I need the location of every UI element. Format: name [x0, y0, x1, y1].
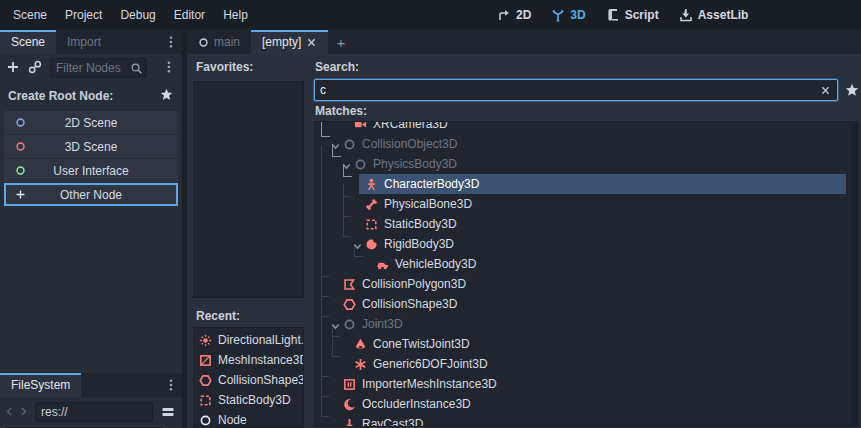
filesystem-path-input[interactable] — [36, 403, 152, 421]
tree-item-joint3d[interactable]: Joint3D — [315, 314, 846, 334]
dock-menu-dots-icon[interactable] — [164, 35, 178, 49]
tree-item-physicsbody3d[interactable]: PhysicsBody3D — [315, 154, 846, 174]
scene-root-icon — [198, 37, 209, 48]
menubar: SceneProjectDebugEditorHelp — [0, 0, 257, 30]
tree-item-label: XRCamera3D — [373, 121, 448, 131]
raycast-icon — [343, 418, 356, 428]
add-scene-tab-button[interactable]: + — [328, 30, 353, 54]
workspace-3d-icon — [551, 8, 565, 22]
tree-item-label: Joint3D — [362, 317, 403, 331]
tree-item-importermeshinstance3d[interactable]: ImporterMeshInstance3D — [315, 374, 846, 394]
search-icon — [130, 62, 143, 75]
root-option-label: Other Node — [60, 188, 122, 202]
menu-debug[interactable]: Debug — [111, 0, 164, 30]
tree-item-rigidbody3d[interactable]: RigidBody3D — [315, 234, 846, 254]
dock-tab-label: Import — [67, 35, 101, 49]
dock-tab-scene[interactable]: Scene — [0, 30, 56, 54]
importer-mesh-icon — [343, 378, 356, 391]
tree-item-raycast3d[interactable]: RayCast3D — [315, 414, 846, 427]
tree-item-xrcamera3d[interactable]: XRCamera3D — [315, 121, 846, 134]
tree-item-label: CollisionPolygon3D — [362, 277, 466, 291]
recent-item-label: DirectionalLight... — [218, 333, 303, 347]
expand-arrow-icon[interactable] — [330, 321, 341, 329]
tree-item-generic6dofjoint3d[interactable]: Generic6DOFJoint3D — [315, 354, 846, 374]
tree-item-vehiclebody3d[interactable]: VehicleBody3D — [315, 254, 846, 274]
node2d-circle-icon — [15, 117, 26, 128]
root-option-label: 3D Scene — [65, 140, 118, 154]
mesh-instance-icon — [199, 354, 212, 367]
create-new-node-dialog: Favorites: Recent: DirectionalLight...Me… — [187, 54, 861, 428]
favorites-list — [193, 81, 304, 298]
recent-item-label: Node — [218, 413, 247, 427]
occluder-instance-icon — [343, 398, 356, 411]
root-option-2d-scene[interactable]: 2D Scene — [4, 111, 178, 134]
tree-item-collisionobject3d[interactable]: CollisionObject3D — [315, 134, 846, 154]
scene-menu-dots-icon[interactable] — [162, 60, 176, 76]
recent-item-label: CollisionShape3D — [218, 373, 303, 387]
workspace-assetlib-button[interactable]: AssetLib — [679, 8, 749, 22]
abstract-class-icon — [343, 138, 356, 151]
split-view-icon[interactable] — [161, 405, 176, 419]
workspace-label: 3D — [570, 8, 585, 22]
script-icon — [606, 8, 620, 22]
dots-vertical-icon — [162, 60, 176, 74]
matches-label: Matches: — [315, 104, 367, 118]
filesystem-menu-dots-icon[interactable] — [164, 378, 178, 392]
dock-tab-filesystem[interactable]: FileSystem — [0, 373, 81, 397]
close-scene-tab-icon[interactable] — [306, 37, 317, 48]
favorites-label: Favorites: — [196, 60, 253, 74]
chevron-left-icon — [4, 406, 15, 417]
filter-nodes-wrap — [50, 58, 147, 78]
root-option-user-interface[interactable]: User Interface — [4, 159, 178, 182]
workspace-switcher: 2D3DScriptAssetLib — [497, 0, 748, 30]
recent-item-node[interactable]: Node — [194, 410, 303, 428]
tree-item-collisionshape3d[interactable]: CollisionShape3D — [315, 294, 846, 314]
menu-editor[interactable]: Editor — [165, 0, 214, 30]
root-option-label: 2D Scene — [65, 116, 118, 130]
toggle-favorite-button[interactable] — [843, 79, 860, 101]
node-circle-icon — [199, 414, 212, 427]
menu-project[interactable]: Project — [56, 0, 111, 30]
tree-item-staticbody3d[interactable]: StaticBody3D — [315, 214, 846, 234]
tree-item-collisionpolygon3d[interactable]: CollisionPolygon3D — [315, 274, 846, 294]
tree-item-label: CollisionObject3D — [362, 137, 457, 151]
add-node-button[interactable] — [6, 60, 22, 76]
expand-arrow-icon[interactable] — [352, 241, 363, 249]
tree-item-physicalbone3d[interactable]: PhysicalBone3D — [315, 194, 846, 214]
history-forward-icon[interactable] — [18, 406, 30, 418]
recent-item-meshinstance3d[interactable]: MeshInstance3D — [194, 350, 303, 370]
tree-item-occluderinstance3d[interactable]: OccluderInstance3D — [315, 394, 846, 414]
instance-scene-button[interactable] — [28, 60, 44, 76]
node-search-input[interactable] — [315, 80, 837, 100]
root-option-other-node[interactable]: Other Node — [4, 183, 178, 206]
plus-icon — [6, 60, 20, 74]
tree-item-conetwistjoint3d[interactable]: ConeTwistJoint3D — [315, 334, 846, 354]
tree-scrollbar[interactable] — [851, 123, 857, 427]
recent-item-staticbody3d[interactable]: StaticBody3D — [194, 390, 303, 410]
expand-arrow-icon[interactable] — [341, 161, 352, 169]
recent-item-directionallight[interactable]: DirectionalLight... — [194, 330, 303, 350]
scene-tab-empty[interactable]: [empty] — [251, 30, 328, 54]
expand-arrow-icon[interactable] — [330, 141, 341, 149]
cone-twist-joint-icon — [354, 338, 367, 351]
recent-item-collisionshape3d[interactable]: CollisionShape3D — [194, 370, 303, 390]
clear-search-icon[interactable] — [820, 85, 832, 97]
search-label: Search: — [315, 60, 359, 74]
tree-item-label: ImporterMeshInstance3D — [362, 377, 497, 391]
workspace-script-button[interactable]: Script — [606, 8, 659, 22]
tree-item-label: RayCast3D — [362, 417, 423, 427]
menu-help[interactable]: Help — [214, 0, 257, 30]
history-back-icon[interactable] — [4, 406, 16, 418]
dock-tab-import[interactable]: Import — [56, 30, 112, 54]
tree-item-characterbody3d[interactable]: CharacterBody3D — [315, 174, 846, 194]
scene-tab-main[interactable]: main — [187, 30, 251, 54]
menu-scene[interactable]: Scene — [4, 0, 56, 30]
collision-polygon-icon — [343, 278, 356, 291]
physical-bone-icon — [365, 198, 378, 211]
root-option-3d-scene[interactable]: 3D Scene — [4, 135, 178, 158]
root-option-label: User Interface — [53, 164, 128, 178]
favorites-star-icon[interactable] — [160, 88, 173, 101]
workspace-3d-button[interactable]: 3D — [551, 8, 585, 22]
workspace-2d-button[interactable]: 2D — [497, 8, 531, 22]
node3d-circle-icon — [15, 141, 26, 152]
